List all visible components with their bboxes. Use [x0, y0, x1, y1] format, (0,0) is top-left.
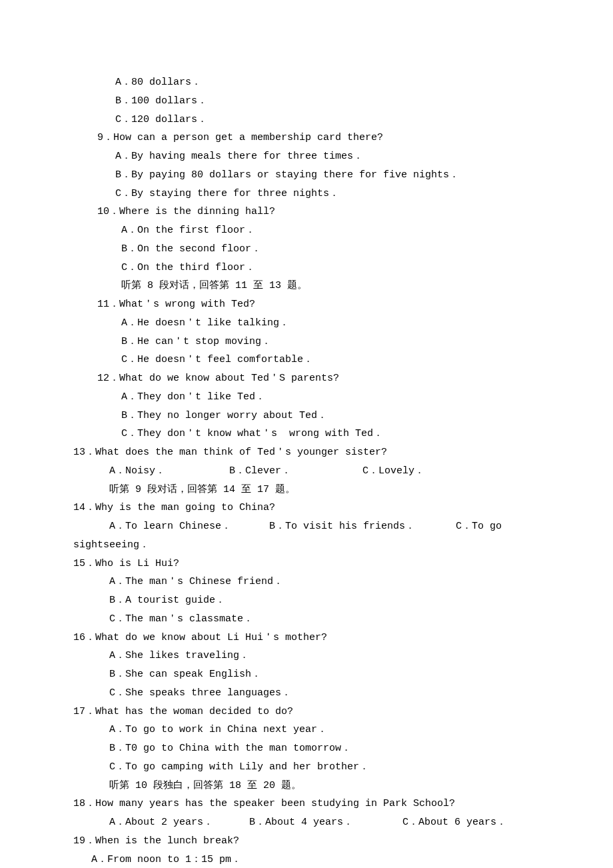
q15-option-c: C．The man＇s classmate．: [73, 610, 540, 629]
q11-option-a: A．He doesn＇t like talking．: [73, 314, 540, 333]
option-text: B．On the second floor．: [121, 243, 261, 255]
q9-option-b: B．By paying 80 dollars or staying there …: [73, 166, 540, 185]
option-text: C．On the third floor．: [121, 262, 255, 273]
option-text: B．Clever．: [229, 462, 362, 481]
q16-stem: 16．What do we know about Li Hui＇s mother…: [73, 629, 540, 647]
q16-option-c: C．She speaks three languages．: [73, 684, 540, 703]
question-text: 14．Why is the man going to China?: [73, 502, 275, 513]
q8-option-b: B．100 dollars．: [73, 92, 540, 111]
section-note-8: 听第 8 段对话，回答第 11 至 13 题。: [73, 277, 540, 295]
q14-option-c-cont: sightseeing．: [73, 536, 540, 555]
question-text: 17．What has the woman decided to do?: [73, 706, 293, 717]
option-text: B．He can＇t stop moving．: [121, 336, 271, 347]
section-note-10: 听第 10 段独白，回答第 18 至 20 题。: [73, 777, 540, 795]
q16-option-b: B．She can speak English．: [73, 665, 540, 684]
q14-stem: 14．Why is the man going to China?: [73, 499, 540, 517]
note-text: 听第 10 段独白，回答第 18 至 20 题。: [109, 780, 301, 791]
q11-option-b: B．He can＇t stop moving．: [73, 333, 540, 351]
q15-stem: 15．Who is Li Hui?: [73, 555, 540, 573]
q19-option-a: A．From noon to 1：15 pm．: [73, 851, 540, 869]
q13-options: A．Noisy．B．Clever．C．Lovely．: [73, 462, 540, 481]
q10-option-c: C．On the third floor．: [73, 259, 540, 277]
question-text: 16．What do we know about Li Hui＇s mother…: [73, 632, 327, 643]
option-text: B．100 dollars．: [115, 95, 207, 107]
option-text: C．To go: [456, 517, 502, 536]
question-text: 10．Where is the dinning hall?: [97, 206, 275, 217]
option-text: B．They no longer worry about Ted．: [121, 410, 327, 421]
option-text: A．To learn Chinese．: [109, 517, 269, 536]
q10-option-a: A．On the first floor．: [73, 221, 540, 240]
q17-stem: 17．What has the woman decided to do?: [73, 703, 540, 721]
q9-option-c: C．By staying there for three nights．: [73, 185, 540, 203]
q12-option-b: B．They no longer worry about Ted．: [73, 407, 540, 425]
option-text: C．By staying there for three nights．: [115, 188, 339, 199]
question-text: 12．What do we know about Ted＇S parents?: [97, 373, 339, 384]
q15-option-b: B．A tourist guide．: [73, 591, 540, 610]
option-text: A．From noon to 1：15 pm．: [91, 854, 241, 865]
option-text: C．To go camping with Lily and her brothe…: [109, 761, 369, 773]
q11-option-c: C．He doesn＇t feel comfortable．: [73, 351, 540, 369]
q11-stem: 11．What＇s wrong with Ted?: [73, 295, 540, 314]
question-text: 13．What does the man think of Ted＇s youn…: [73, 447, 387, 458]
option-text: C．The man＇s classmate．: [109, 613, 253, 625]
q10-option-b: B．On the second floor．: [73, 240, 540, 259]
q14-options: A．To learn Chinese．B．To visit his friend…: [73, 517, 540, 536]
q12-stem: 12．What do we know about Ted＇S parents?: [73, 369, 540, 388]
q15-option-a: A．The man＇s Chinese friend．: [73, 573, 540, 591]
q16-option-a: A．She likes traveling．: [73, 647, 540, 665]
q17-option-b: B．T0 go to China with the man tomorrow．: [73, 739, 540, 758]
option-text: A．By having meals there for three times．: [115, 151, 363, 162]
option-text: C．They don＇t know what＇s wrong with Ted．: [121, 428, 383, 439]
q19-stem: 19．When is the lunch break?: [73, 832, 540, 851]
question-text: 9．How can a person get a membership card…: [97, 132, 383, 143]
note-text: 听第 9 段对话，回答第 14 至 17 题。: [109, 484, 295, 495]
option-text: C．Lovely．: [362, 462, 424, 481]
q18-options: A．About 2 years．B．About 4 years．C．About …: [73, 813, 540, 832]
q12-option-c: C．They don＇t know what＇s wrong with Ted．: [73, 425, 540, 443]
option-text: A．He doesn＇t like talking．: [121, 317, 289, 329]
option-text: A．She likes traveling．: [109, 650, 249, 661]
option-text: B．A tourist guide．: [109, 595, 225, 606]
q10-stem: 10．Where is the dinning hall?: [73, 203, 540, 221]
document-page: A．80 dollars． B．100 dollars． C．120 dolla…: [0, 0, 613, 868]
q12-option-a: A．They don＇t like Ted．: [73, 388, 540, 407]
option-text: A．On the first floor．: [121, 225, 255, 236]
option-text: C．120 dollars．: [115, 114, 207, 125]
question-text: 15．Who is Li Hui?: [73, 558, 179, 569]
option-text: B．To visit his friends．: [269, 517, 456, 536]
note-text: 听第 8 段对话，回答第 11 至 13 题。: [121, 280, 307, 291]
option-text: C．He doesn＇t feel comfortable．: [121, 354, 313, 365]
option-text: A．Noisy．: [109, 462, 229, 481]
question-text: 18．How many years has the speaker been s…: [73, 798, 455, 809]
option-text: A．The man＇s Chinese friend．: [109, 576, 283, 587]
option-text: B．T0 go to China with the man tomorrow．: [109, 743, 351, 754]
q17-option-c: C．To go camping with Lily and her brothe…: [73, 758, 540, 777]
option-text: A．About 2 years．: [109, 813, 249, 832]
option-text: C．About 6 years．: [402, 813, 506, 832]
question-text: 11．What＇s wrong with Ted?: [97, 299, 255, 310]
option-text: B．By paying 80 dollars or staying there …: [115, 169, 459, 181]
option-text: B．She can speak English．: [109, 669, 261, 680]
q13-stem: 13．What does the man think of Ted＇s youn…: [73, 443, 540, 462]
q9-stem: 9．How can a person get a membership card…: [73, 129, 540, 147]
q9-option-a: A．By having meals there for three times．: [73, 147, 540, 166]
option-text: B．About 4 years．: [249, 813, 402, 832]
section-note-9: 听第 9 段对话，回答第 14 至 17 题。: [73, 481, 540, 499]
q17-option-a: A．To go to work in China next year．: [73, 721, 540, 739]
question-text: 19．When is the lunch break?: [73, 835, 239, 847]
q8-option-a: A．80 dollars．: [73, 73, 540, 92]
option-text: sightseeing．: [73, 539, 149, 551]
q18-stem: 18．How many years has the speaker been s…: [73, 795, 540, 813]
option-text: A．To go to work in China next year．: [109, 724, 327, 735]
option-text: A．80 dollars．: [115, 77, 201, 88]
option-text: C．She speaks three languages．: [109, 687, 291, 699]
q8-option-c: C．120 dollars．: [73, 111, 540, 129]
option-text: A．They don＇t like Ted．: [121, 391, 265, 403]
